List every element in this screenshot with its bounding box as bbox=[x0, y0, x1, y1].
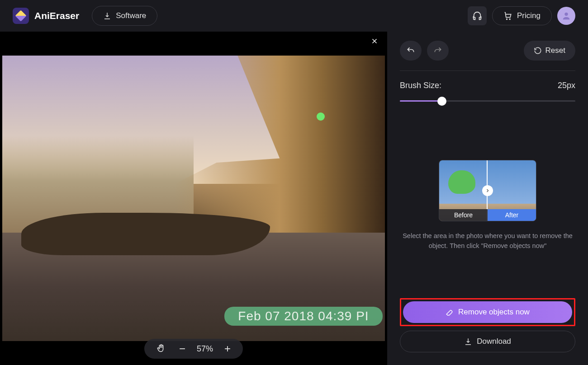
canvas-area: Feb 07 2018 04:39 PI − 57% + bbox=[0, 32, 387, 365]
svg-point-0 bbox=[564, 13, 568, 16]
avatar[interactable] bbox=[557, 7, 575, 25]
preview-slider-handle[interactable] bbox=[482, 185, 493, 196]
reset-icon bbox=[534, 47, 542, 55]
close-icon bbox=[370, 37, 379, 45]
redo-button[interactable] bbox=[427, 41, 449, 61]
undo-button[interactable] bbox=[400, 41, 422, 61]
logo-icon bbox=[13, 8, 29, 24]
pricing-button[interactable]: Pricing bbox=[492, 6, 552, 25]
app-name: AniEraser bbox=[34, 10, 79, 21]
preview-label-row: Before After bbox=[439, 209, 536, 221]
eraser-icon bbox=[446, 308, 454, 316]
after-label: After bbox=[488, 209, 536, 221]
reset-label: Reset bbox=[545, 46, 565, 55]
pan-tool[interactable] bbox=[154, 342, 168, 356]
slider-fill bbox=[400, 100, 442, 102]
zoom-in-button[interactable]: + bbox=[222, 343, 233, 354]
reset-button[interactable]: Reset bbox=[524, 41, 575, 61]
download-icon bbox=[464, 337, 472, 346]
brush-size-value: 25px bbox=[558, 81, 575, 90]
remove-objects-button[interactable]: Remove objects now bbox=[403, 301, 572, 323]
sidebar-top-row: Reset bbox=[400, 41, 575, 71]
header-right: Pricing bbox=[468, 6, 575, 25]
brush-cursor bbox=[317, 112, 325, 121]
minus-icon: − bbox=[179, 342, 185, 355]
logo[interactable]: AniEraser bbox=[13, 8, 79, 24]
close-button[interactable] bbox=[369, 36, 380, 47]
hand-icon bbox=[156, 343, 166, 353]
remove-label: Remove objects now bbox=[458, 308, 530, 317]
before-after-preview: Before After bbox=[439, 160, 536, 221]
before-label: Before bbox=[439, 209, 488, 221]
timestamp-mask: Feb 07 2018 04:39 PI bbox=[224, 307, 383, 326]
user-icon bbox=[561, 11, 571, 21]
preview-caption: Select the area in the photo where you w… bbox=[400, 231, 575, 251]
headphones-button[interactable] bbox=[468, 6, 487, 25]
zoom-out-button[interactable]: − bbox=[177, 343, 188, 354]
preview-section: Before After Select the area in the phot… bbox=[400, 160, 575, 251]
slider-thumb[interactable] bbox=[437, 97, 446, 106]
brush-size-row: Brush Size: 25px bbox=[400, 81, 575, 90]
tutorial-highlight: Remove objects now bbox=[400, 298, 575, 326]
plus-icon: + bbox=[224, 342, 231, 355]
sidebar: Reset Brush Size: 25px bbox=[387, 32, 588, 365]
download-icon bbox=[103, 12, 111, 20]
app-header: AniEraser Software Pricing bbox=[0, 0, 588, 32]
download-button[interactable]: Download bbox=[400, 331, 575, 352]
zoom-value: 57% bbox=[197, 344, 213, 354]
download-label: Download bbox=[477, 337, 511, 346]
chevron-right-icon bbox=[485, 188, 490, 193]
brush-size-label: Brush Size: bbox=[400, 81, 441, 90]
headphones-icon bbox=[472, 11, 482, 21]
software-label: Software bbox=[116, 11, 146, 20]
canvas-image[interactable]: Feb 07 2018 04:39 PI bbox=[2, 56, 385, 341]
pricing-label: Pricing bbox=[517, 11, 541, 20]
cart-icon bbox=[503, 11, 512, 20]
preview-mask-shape bbox=[448, 170, 475, 194]
zoom-toolbar: − 57% + bbox=[144, 339, 243, 359]
image-rocks bbox=[21, 213, 270, 256]
brush-size-slider[interactable] bbox=[400, 97, 575, 106]
main: Feb 07 2018 04:39 PI − 57% + R bbox=[0, 32, 588, 365]
software-button[interactable]: Software bbox=[92, 6, 157, 26]
undo-icon bbox=[406, 46, 415, 55]
action-area: Remove objects now Download bbox=[400, 298, 575, 356]
redo-icon bbox=[433, 46, 442, 55]
